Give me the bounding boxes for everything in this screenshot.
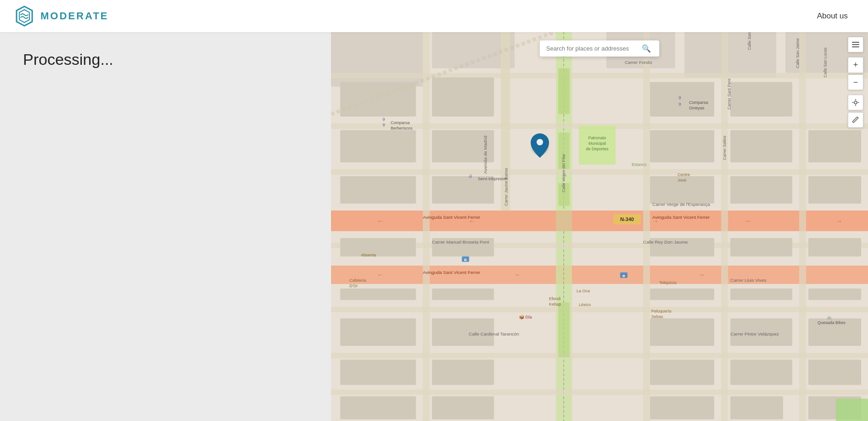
svg-text:Omeyas: Omeyas [689,106,705,110]
svg-text:Avenida de Madrid: Avenida de Madrid [483,136,488,174]
svg-text:Calle Santo Tomás: Calle Santo Tomás [747,32,752,50]
svg-text:Avinguda Sant Vicent Ferrer: Avinguda Sant Vicent Ferrer [423,270,481,275]
main-layout: Processing... 🔍 + − [0,32,868,421]
svg-rect-67 [731,176,793,204]
svg-rect-74 [340,289,416,300]
svg-rect-77 [731,289,793,300]
svg-rect-85 [432,360,494,385]
svg-rect-88 [808,360,861,385]
svg-text:Comparsa: Comparsa [689,100,708,105]
svg-rect-40 [331,73,868,79]
svg-rect-90 [432,396,494,419]
svg-text:B: B [622,274,625,278]
svg-text:Patronato: Patronato [588,136,606,140]
svg-text:📦 Día: 📦 Día [519,314,531,320]
svg-text:Léxico: Léxico [579,302,591,307]
svg-text:←: ← [377,271,383,279]
svg-rect-13 [331,32,423,87]
svg-text:Estanco: Estanco [632,162,646,167]
measure-button[interactable] [848,112,863,128]
svg-text:Avinguda Sant Vicent Ferrer: Avinguda Sant Vicent Ferrer [652,215,710,220]
svg-point-5 [854,101,857,104]
svg-text:Cafeteria: Cafeteria [349,278,366,283]
svg-rect-91 [650,396,714,419]
zoom-in-button[interactable]: + [848,57,863,73]
svg-rect-89 [340,396,416,419]
svg-text:Calle Rey Don Jaume: Calle Rey Don Jaume [643,239,688,245]
svg-rect-56 [432,78,494,117]
svg-rect-18 [331,210,868,231]
svg-rect-94 [836,398,868,421]
svg-text:✞: ✞ [678,102,682,107]
svg-text:Carrer Jaume Baires: Carrer Jaume Baires [504,168,508,206]
svg-rect-86 [650,360,714,385]
svg-rect-84 [340,360,416,385]
svg-text:Calle Virgen del Pilar: Calle Virgen del Pilar [561,154,566,193]
svg-rect-72 [731,238,793,256]
svg-text:Efendi: Efendi [549,296,560,301]
svg-text:Jove: Jove [678,178,686,182]
svg-rect-46 [331,389,868,395]
svg-rect-45 [331,353,868,358]
processing-text: Processing... [23,51,308,68]
svg-text:Telepizza: Telepizza [659,280,676,285]
svg-text:B: B [464,258,467,262]
svg-text:Calle San Lucas: Calle San Lucas [823,47,828,78]
svg-line-10 [852,122,853,123]
svg-text:✞: ✞ [678,95,682,100]
svg-rect-79 [340,319,416,346]
left-panel: Processing... [0,32,331,421]
svg-text:🖨: 🖨 [468,174,473,178]
svg-text:✞: ✞ [382,117,386,122]
svg-text:Centre: Centre [678,172,690,177]
map-container[interactable]: 🔍 + − [331,32,868,421]
svg-text:Municipal: Municipal [588,141,606,146]
svg-rect-76 [650,289,714,300]
search-icon: 🔍 [642,44,651,53]
svg-text:Peluquería: Peluquería [651,309,671,313]
svg-rect-36 [643,32,650,421]
nav-bar: About us [811,11,854,21]
zoom-out-button[interactable]: − [848,74,863,90]
layers-button[interactable] [848,37,863,52]
svg-rect-16 [685,32,777,78]
svg-rect-57 [650,82,714,117]
svg-rect-3 [852,44,859,45]
my-location-button[interactable] [848,95,863,110]
svg-rect-50 [558,302,570,358]
svg-text:Sebas: Sebas [651,314,663,319]
svg-text:de Deportes: de Deportes [586,147,609,151]
svg-text:Carrer Fondo: Carrer Fondo [625,60,652,65]
about-us-link[interactable]: About us [811,8,854,24]
svg-rect-58 [731,82,793,117]
zoom-in-label: + [853,60,858,70]
svg-rect-2 [852,42,859,43]
search-input[interactable] [546,45,638,52]
svg-rect-38 [799,32,806,421]
svg-rect-4 [852,46,859,47]
svg-rect-47 [558,68,570,114]
svg-line-11 [857,117,858,118]
svg-text:✞: ✞ [382,122,386,127]
svg-rect-59 [340,130,416,162]
svg-rect-78 [808,289,861,300]
svg-text:Kebap: Kebap [549,302,561,307]
svg-text:←: ← [377,217,383,225]
svg-rect-61 [650,130,714,162]
svg-text:→: → [836,217,842,225]
svg-text:Calle San Jaime: Calle San Jaime [795,38,800,68]
logo-icon [14,6,35,27]
svg-text:←: ← [514,271,521,279]
svg-text:Quesada Bikes: Quesada Bikes [817,320,845,325]
map-svg: ← ← → → → ← ← → N-340 [331,32,868,421]
svg-rect-44 [331,307,868,313]
header: MODERATE About us [0,0,868,32]
svg-text:→: → [698,271,705,279]
svg-rect-81 [650,319,714,346]
svg-text:→: → [744,217,750,225]
svg-text:Carrer Pintor Velázquez: Carrer Pintor Velázquez [731,331,779,336]
svg-text:N-340: N-340 [620,216,634,222]
zoom-out-label: − [853,78,858,87]
svg-text:🚲: 🚲 [827,314,832,320]
svg-marker-1 [19,10,29,23]
